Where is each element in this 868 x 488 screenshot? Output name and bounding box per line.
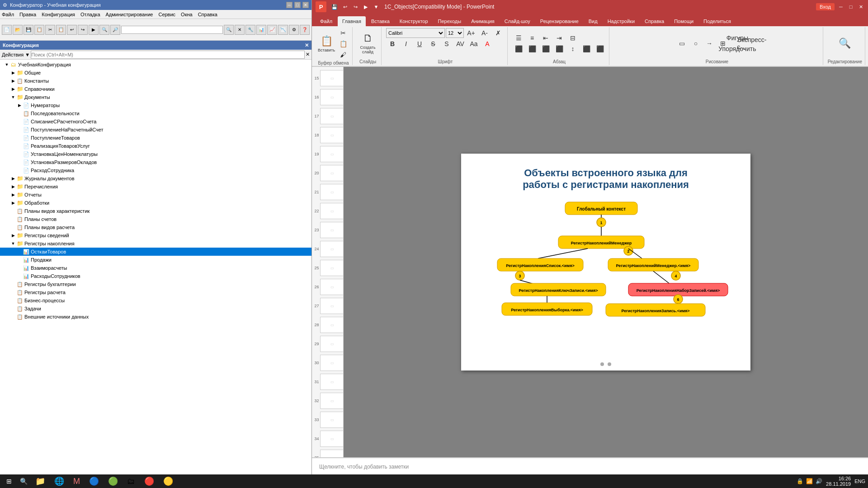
tree-item-numeratory[interactable]: ▶ 📄 Нумераторы xyxy=(0,101,311,109)
taskbar-app-4[interactable]: 🔴 xyxy=(141,475,158,488)
slide-row-16[interactable]: 16▭ xyxy=(312,88,344,106)
qa-undo-btn[interactable]: ↩ xyxy=(340,2,349,11)
char-spacing-btn[interactable]: AV xyxy=(454,39,467,49)
menu-help[interactable]: Справка xyxy=(198,12,217,17)
slide-thumb-33[interactable]: ▭ xyxy=(320,412,344,428)
tree-expand-spravochniki[interactable]: ▶ xyxy=(10,86,16,92)
tab-slideshow[interactable]: Слайд-шоу xyxy=(500,16,535,26)
italic-btn[interactable]: I xyxy=(400,39,412,49)
toolbar-btn4[interactable]: 📋 xyxy=(56,25,66,35)
clear-format-btn[interactable]: ✗ xyxy=(492,28,505,38)
slide-row-31[interactable]: 31▭ xyxy=(312,373,344,391)
slide-row-33[interactable]: 33▭ xyxy=(312,411,344,429)
menu-debug[interactable]: Отладка xyxy=(80,12,100,17)
smartart-btn[interactable]: ⬛ xyxy=(594,44,606,54)
qa-customize-btn[interactable]: ▼ xyxy=(372,2,381,11)
format-painter-button[interactable]: 🖌 xyxy=(337,50,349,60)
close-button[interactable]: ✕ xyxy=(302,2,309,8)
slide-thumb-32[interactable]: ▭ xyxy=(320,393,344,409)
maximize-button[interactable]: □ xyxy=(294,2,301,8)
slide-row-15[interactable]: 15▭ xyxy=(312,69,344,87)
tree-item-rashod-sotrudnika[interactable]: 📄 РасходСотрудника xyxy=(0,166,311,174)
tree-expand-vnesh[interactable] xyxy=(10,314,16,320)
tree-expand-root[interactable]: ▼ xyxy=(4,61,10,68)
taskbar-app-fileexplorer[interactable]: 📁 xyxy=(32,475,49,488)
tree-item-dokumenty[interactable]: ▼ 📁 Документы xyxy=(0,93,311,101)
tree-item-otchety[interactable]: ▶ 📁 Отчеты xyxy=(0,191,311,199)
tree-item-obrabotki[interactable]: ▶ 📁 Обработки xyxy=(0,199,311,207)
config-close-icon[interactable]: ✕ xyxy=(305,42,309,48)
quick-styles-btn[interactable]: Экспресс-с... xyxy=(745,38,758,48)
tab-insert[interactable]: Вставка xyxy=(367,16,394,26)
tray-network[interactable]: 📶 xyxy=(806,478,813,484)
tree-expand-zhdoc[interactable]: ▶ xyxy=(10,175,16,182)
toolbar-redo[interactable]: ↪ xyxy=(78,25,88,35)
toolbar-btn13[interactable]: ❓ xyxy=(300,25,310,35)
shape-rect-btn[interactable]: ▭ xyxy=(676,38,689,48)
menu-windows[interactable]: Окна xyxy=(181,12,193,17)
toolbar-btn3[interactable]: ✂ xyxy=(45,25,55,35)
tab-transitions[interactable]: Переходы xyxy=(434,16,466,26)
tree-item-zhurnaly[interactable]: ▶ 📁 Журналы документов xyxy=(0,174,311,183)
tree-expand-obr[interactable]: ▶ xyxy=(10,200,16,206)
align-text-btn[interactable]: ⬛ xyxy=(580,44,593,54)
toolbar-btn11[interactable]: 📉 xyxy=(278,25,288,35)
slide-row-21[interactable]: 21▭ xyxy=(312,183,344,201)
align-center-btn[interactable]: ⬛ xyxy=(526,44,538,54)
menu-configuration[interactable]: Конфигурация xyxy=(42,12,75,17)
tree-expand-rbukh[interactable] xyxy=(10,281,16,287)
slide-thumb-16[interactable]: ▭ xyxy=(320,89,344,105)
slide-row-30[interactable]: 30▭ xyxy=(312,354,344,372)
slide-thumb-34[interactable]: ▭ xyxy=(320,431,344,447)
font-color-btn[interactable]: A xyxy=(481,39,494,49)
pp-close-btn[interactable]: ✕ xyxy=(857,3,864,10)
tree-expand-biznes[interactable] xyxy=(10,297,16,304)
align-left-btn[interactable]: ⬛ xyxy=(512,44,525,54)
justify-btn[interactable]: ⬛ xyxy=(553,44,566,54)
slide-canvas[interactable]: Объекты встроенного языка дляработы с ре… xyxy=(461,154,750,371)
tree-expand-rsved[interactable]: ▶ xyxy=(10,232,16,239)
tree-expand-uc[interactable] xyxy=(16,151,23,157)
taskbar-app-browser[interactable]: 🌐 xyxy=(51,475,68,488)
system-clock[interactable]: 16:26 28.11.2019 xyxy=(826,476,851,487)
minimize-button[interactable]: ─ xyxy=(286,2,292,8)
toolbar-search[interactable] xyxy=(121,26,223,34)
menu-admin[interactable]: Администрирование xyxy=(106,12,153,17)
tree-item-reg-sved[interactable]: ▶ 📁 Регистры сведений xyxy=(0,231,311,239)
tree-item-pvr[interactable]: 📋 Планы видов расчета xyxy=(0,223,311,231)
config-search-input[interactable] xyxy=(31,51,305,59)
paste-button[interactable]: 📋 Вставить xyxy=(317,32,335,56)
tree-item-rashodysotrud[interactable]: 📊 РасходыСотрудников xyxy=(0,272,311,280)
tree-item-postuplenie-tovarov[interactable]: 📄 ПоступлениеТоваров xyxy=(0,134,311,142)
taskbar-search[interactable]: 🔍 xyxy=(17,475,30,488)
slide-thumb-26[interactable]: ▭ xyxy=(320,279,344,295)
tab-animation[interactable]: Анимация xyxy=(467,16,499,26)
config-search-clear[interactable]: ✕ xyxy=(306,52,310,57)
tree-expand-konstanty[interactable]: ▶ xyxy=(10,78,16,84)
copy-button[interactable]: 📋 xyxy=(337,39,349,49)
tree-expand-ur[interactable] xyxy=(16,159,23,165)
slide-thumb-35[interactable]: ▭ xyxy=(320,450,344,457)
tree-item-realizatsiya[interactable]: 📄 РеализацияТоваровУслуг xyxy=(0,142,311,150)
slide-row-18[interactable]: 18▭ xyxy=(312,126,344,144)
slide-thumb-29[interactable]: ▭ xyxy=(320,336,344,352)
pp-maximize-btn[interactable]: □ xyxy=(847,3,854,10)
toolbar-search-btn[interactable]: 🔍 xyxy=(224,25,234,35)
tab-home[interactable]: Главная xyxy=(338,16,366,26)
search-btn[interactable]: 🔍 xyxy=(836,32,854,55)
tab-review[interactable]: Рецензирование xyxy=(536,16,583,26)
toolbar-btn10[interactable]: 📈 xyxy=(267,25,277,35)
slide-thumb-25[interactable]: ▭ xyxy=(320,260,344,276)
slide-row-28[interactable]: 28▭ xyxy=(312,316,344,334)
slide-row-20[interactable]: 20▭ xyxy=(312,164,344,182)
taskbar-app-3[interactable]: 🗂 xyxy=(123,475,139,488)
tree-item-konstanty[interactable]: ▶ 📋 Константы xyxy=(0,77,311,85)
columns-btn[interactable]: ⊟ xyxy=(566,33,579,43)
text-direction-btn[interactable]: ↕ xyxy=(566,44,579,54)
tree-item-spisanie[interactable]: 📄 СписаниеСРасчетногоСчета xyxy=(0,117,311,126)
tab-design[interactable]: Конструктор xyxy=(395,16,433,26)
font-size-select[interactable]: 12 xyxy=(446,28,464,38)
new-slide-button[interactable]: 🗋 Создать слайд xyxy=(359,32,377,55)
tree-item-zadachi[interactable]: 📋 Задачи xyxy=(0,305,311,313)
slide-row-17[interactable]: 17▭ xyxy=(312,107,344,125)
